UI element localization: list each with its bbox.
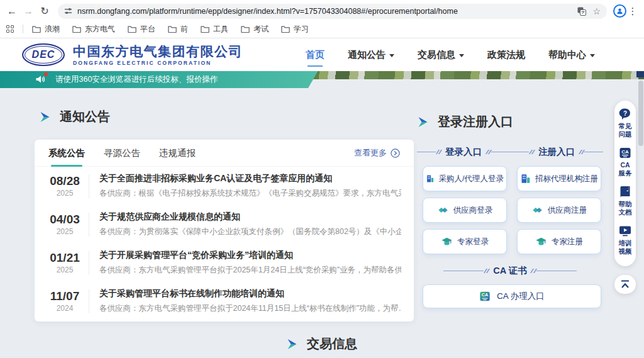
announcement-title[interactable]: 关于规范供应商企业规模信息的通知 [99, 211, 401, 223]
login-entry-header: 登录入口 [417, 146, 510, 158]
view-more-link[interactable]: 查看更多 [354, 147, 400, 159]
bookmarks-bar: 浪潮 东方电气 平台 前 工具 考试 学习 [0, 21, 644, 37]
section-chevron-icon [286, 338, 298, 350]
browser-menu-icon[interactable]: ⋮ [626, 6, 639, 17]
training-videos-widget[interactable]: 培训视频 [618, 225, 633, 255]
divider [89, 174, 89, 198]
notice-text: 请使用360安全浏览器进行后续投标、报价操作 [55, 74, 218, 85]
translate-icon[interactable] [577, 7, 586, 16]
back-to-top-button[interactable] [614, 275, 636, 294]
nav-policies[interactable]: 政策法规 [487, 49, 525, 61]
apps-grid-icon[interactable] [6, 25, 14, 33]
announcement-desc: 各供应商：东方电气采购管理平台拟于2025年1月24日上线“竞价采购”业务，为帮… [99, 265, 401, 276]
announcement-date: 08/28 2025 [47, 174, 82, 198]
bookmark-folder[interactable]: 前 [168, 24, 188, 35]
bookmark-folder[interactable]: 工具 [201, 24, 228, 35]
floating-side-toolbar: ? 常见问题 CA CA服务 帮助文档 培训视频 [614, 101, 636, 266]
graduation-cap-icon [441, 236, 453, 247]
announcement-desc: 各供应商：东方电气采购管理平台拟于2024年11月15日上线“标书在线制作”功能… [99, 303, 401, 314]
profile-avatar[interactable] [613, 4, 626, 18]
svg-text:CA: CA [482, 292, 488, 298]
divider [89, 213, 89, 237]
video-play-icon [619, 225, 631, 237]
announcements-tabbar: 系统公告 寻源公告 违规通报 查看更多 [35, 140, 414, 167]
main-nav: 首页 通知公告 交易信息 政策法规 帮助中心 [306, 49, 644, 61]
help-docs-widget[interactable]: 帮助文档 [618, 186, 633, 216]
bookmark-folder[interactable]: 学习 [281, 24, 309, 35]
announcement-row[interactable]: 11/07 2024 关于采购管理平台标书在线制作功能培训的通知 各供应商：东方… [35, 282, 414, 320]
bookmark-star-icon[interactable]: ☆ [592, 6, 601, 16]
question-icon: ? [619, 108, 631, 120]
bookmark-folder[interactable]: 浪潮 [32, 24, 60, 35]
ca-certificate-header: CA 证书 [417, 265, 603, 277]
ca-apply-button[interactable]: CA CA 办理入口 [423, 284, 601, 308]
forward-button[interactable]: → [20, 3, 36, 20]
browser-chrome: ← → ↻ nsrm.dongfang.com/platform/runtime… [0, 0, 644, 38]
building-icon [520, 173, 531, 184]
svg-text:?: ? [623, 110, 627, 117]
building-icon [426, 173, 435, 184]
company-name-en: DONGFANG ELECTRIC CORPORATION [73, 60, 243, 66]
company-name-cn: 中国东方电气集团有限公司 [73, 44, 243, 59]
supplier-register-button[interactable]: 供应商注册 [517, 198, 601, 223]
tab-system-announcements[interactable]: 系统公告 [48, 147, 85, 159]
faq-widget[interactable]: ? 常见问题 [618, 108, 633, 138]
ca-service-widget[interactable]: CA CA服务 [618, 147, 633, 177]
expert-login-button[interactable]: 专家登录 [423, 229, 507, 254]
announcement-date: 11/07 2024 [47, 289, 82, 313]
login-register-section: 登录注册入口 登录入口 注册入口 采购人/代理人登录 招标代理机构注册 [417, 113, 603, 308]
site-settings-icon[interactable] [64, 7, 72, 15]
svg-text:CA: CA [621, 149, 629, 155]
handshake-icon [437, 204, 449, 216]
login-register-title: 登录注册入口 [417, 113, 603, 130]
announcement-title[interactable]: 关于全面推进非招标采购业务CA认证及电子签章应用的通知 [99, 173, 401, 184]
announcement-row[interactable]: 04/03 2025 关于规范供应商企业规模信息的通知 各供应商：为贯彻落实《保… [35, 205, 414, 243]
back-to-top-icon [619, 279, 631, 289]
section-chevron-icon [417, 116, 429, 128]
circle-arrow-icon [391, 148, 400, 158]
scrollbar-thumb[interactable] [638, 81, 643, 146]
tab-sourcing-announcements[interactable]: 寻源公告 [104, 147, 140, 159]
announcement-title[interactable]: 关于开展采购管理平台“竞价采购业务”培训的通知 [99, 250, 401, 261]
supplier-login-button[interactable]: 供应商登录 [423, 198, 507, 223]
purchaser-agent-login-button[interactable]: 采购人/代理人登录 [423, 166, 507, 191]
tab-violation-reports[interactable]: 违规通报 [159, 147, 196, 159]
browser-notice-ribbon: 请使用360安全浏览器进行后续投标、报价操作 [0, 70, 318, 88]
bookmark-folder[interactable]: 考试 [241, 24, 269, 35]
nav-home[interactable]: 首页 [306, 49, 325, 61]
back-button[interactable]: ← [4, 3, 20, 20]
site-header: DEC 中国东方电气集团有限公司 DONGFANG ELECTRIC CORPO… [0, 38, 644, 71]
speaker-icon [35, 74, 45, 84]
divider [89, 251, 89, 275]
reload-button[interactable]: ↻ [36, 3, 53, 20]
bidding-agency-register-button[interactable]: 招标代理机构注册 [517, 166, 601, 191]
bookmarks-divider [23, 25, 23, 33]
bookmark-folder[interactable]: 东方电气 [72, 24, 115, 35]
trade-info-section-title: 交易信息 [286, 335, 357, 352]
alert-dot [44, 72, 48, 76]
url-text[interactable]: nsrm.dongfang.com/platform/runtime/epp/d… [77, 7, 572, 16]
announcements-section-title: 通知公告 [39, 108, 110, 125]
ca-badge-icon: CA [619, 147, 631, 159]
announcements-card: 系统公告 寻源公告 违规通报 查看更多 08/28 2025 关于全面推进非招标… [35, 140, 414, 322]
nav-trade-info[interactable]: 交易信息 [418, 49, 464, 61]
bookmark-folder[interactable]: 平台 [128, 24, 155, 35]
announcement-row[interactable]: 08/28 2025 关于全面推进非招标采购业务CA认证及电子签章应用的通知 各… [35, 167, 414, 205]
nav-announcements[interactable]: 通知公告 [348, 49, 394, 61]
announcement-date: 01/21 2025 [47, 251, 82, 274]
nav-help-center[interactable]: 帮助中心 [548, 49, 595, 61]
register-entry-header: 注册入口 [510, 146, 603, 158]
announcement-title[interactable]: 关于采购管理平台标书在线制作功能培训的通知 [99, 288, 401, 299]
company-name-block: 中国东方电气集团有限公司 DONGFANG ELECTRIC CORPORATI… [73, 44, 243, 66]
caret-down-icon [389, 54, 394, 57]
announcement-row[interactable]: 01/21 2025 关于开展采购管理平台“竞价采购业务”培训的通知 各供应商：… [35, 243, 414, 282]
caret-down-icon [459, 54, 464, 57]
announcement-desc: 各供应商：根据《电子招标投标系统技术规范》《电子采购交易规范》要求，东方电气采购… [99, 188, 401, 199]
handshake-icon [531, 204, 543, 216]
book-icon [619, 186, 631, 198]
announcement-date: 04/03 2025 [47, 213, 82, 236]
section-chevron-icon [39, 111, 51, 123]
address-bar[interactable]: nsrm.dongfang.com/platform/runtime/epp/d… [58, 4, 607, 19]
announcement-desc: 各供应商：为贯彻落实《保障中小企业款项支付条例》（国务院令第802号）及《中小企… [99, 227, 401, 237]
expert-register-button[interactable]: 专家注册 [517, 229, 601, 254]
